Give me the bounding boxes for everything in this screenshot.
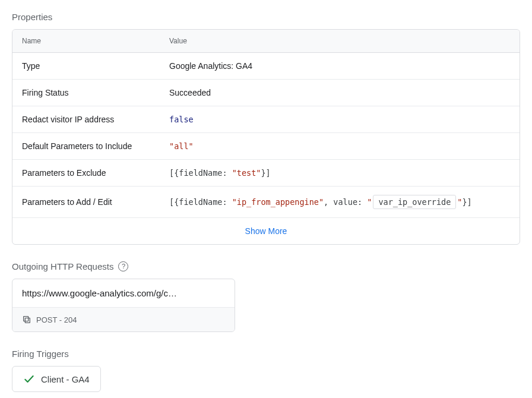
table-row: Parameters to Exclude [{fieldName: "test… — [12, 160, 520, 187]
properties-table: Name Value Type Google Analytics: GA4 Fi… — [12, 29, 520, 245]
trigger-label: Client - GA4 — [41, 374, 90, 384]
code-value: [{fieldName: "test"}] — [169, 168, 271, 178]
code-string: "all" — [169, 141, 194, 151]
show-more-row: Show More — [12, 218, 520, 244]
col-header-value: Value — [160, 30, 520, 53]
svg-rect-1 — [24, 317, 28, 321]
code-punct: , value: — [324, 197, 367, 207]
col-header-name: Name — [12, 30, 160, 53]
prop-value: "all" — [160, 133, 520, 160]
prop-value: [{fieldName: "test"}] — [160, 160, 520, 187]
code-string: "ip_from_appengine" — [232, 197, 324, 207]
code-punct: [{fieldName: — [169, 168, 232, 178]
prop-name: Firing Status — [12, 80, 160, 106]
code-punct: }] — [261, 168, 270, 178]
code-string: " — [367, 197, 372, 207]
check-icon — [23, 373, 35, 385]
prop-value: Succeeded — [160, 80, 520, 106]
prop-value: Google Analytics: GA4 — [160, 53, 520, 80]
help-icon[interactable]: ? — [118, 261, 128, 271]
prop-name: Redact visitor IP address — [12, 106, 160, 133]
table-row: Type Google Analytics: GA4 — [12, 53, 520, 80]
svg-rect-0 — [25, 318, 30, 323]
prop-name: Default Parameters to Include — [12, 133, 160, 160]
prop-name: Type — [12, 53, 160, 80]
copy-icon[interactable] — [22, 315, 31, 324]
code-punct: [{fieldName: — [169, 197, 232, 207]
firing-triggers-title: Firing Triggers — [12, 349, 520, 359]
http-request-card[interactable]: https://www.google-analytics.com/g/c… PO… — [12, 279, 235, 332]
table-row: Firing Status Succeeded — [12, 80, 520, 106]
properties-title: Properties — [12, 12, 520, 22]
http-request-meta: POST - 204 — [12, 307, 235, 331]
prop-value: false — [160, 106, 520, 133]
trigger-chip[interactable]: Client - GA4 — [12, 366, 101, 392]
http-requests-title: Outgoing HTTP Requests ? — [12, 261, 520, 271]
table-row: Default Parameters to Include "all" — [12, 133, 520, 160]
http-request-status: POST - 204 — [36, 315, 77, 324]
http-request-url: https://www.google-analytics.com/g/c… — [12, 279, 235, 307]
prop-name: Parameters to Add / Edit — [12, 187, 160, 218]
code-punct: }] — [462, 197, 471, 207]
variable-chip[interactable]: var_ip_override — [373, 195, 456, 209]
show-more-link[interactable]: Show More — [245, 226, 287, 236]
code-value: [{fieldName: "ip_from_appengine", value:… — [169, 197, 472, 207]
table-row: Parameters to Add / Edit [{fieldName: "i… — [12, 187, 520, 218]
code-string: "test" — [232, 168, 261, 178]
code-keyword: false — [169, 115, 194, 124]
prop-name: Parameters to Exclude — [12, 160, 160, 187]
prop-value: [{fieldName: "ip_from_appengine", value:… — [160, 187, 520, 218]
table-row: Redact visitor IP address false — [12, 106, 520, 133]
http-requests-title-text: Outgoing HTTP Requests — [12, 261, 113, 271]
